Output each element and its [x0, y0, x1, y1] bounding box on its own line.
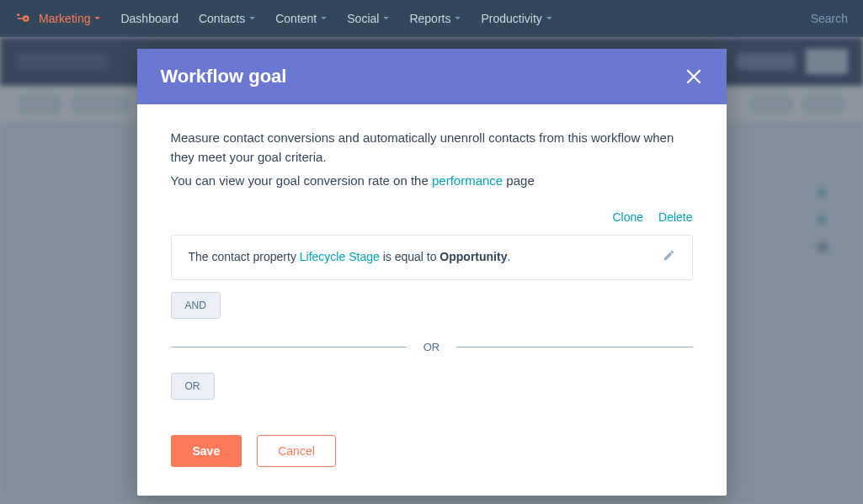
cancel-button[interactable]: Cancel [257, 435, 336, 467]
criteria-pre: The contact property [189, 250, 300, 263]
svg-point-1 [24, 18, 27, 20]
nav-productivity[interactable]: Productivity [481, 12, 551, 25]
nav-search[interactable]: Search [811, 12, 848, 25]
criteria-row: The contact property Lifecycle Stage is … [171, 235, 693, 279]
or-divider: OR [171, 339, 693, 356]
nav-dashboard[interactable]: Dashboard [120, 12, 178, 25]
divider-line-left [171, 347, 407, 347]
criteria-value: Opportunity [439, 250, 507, 263]
criteria-post: . [507, 250, 510, 263]
svg-rect-2 [18, 18, 24, 19]
nav-marketing-label: Marketing [39, 12, 90, 25]
chevron-down-icon [383, 17, 389, 20]
intro-2-pre: You can view your goal conversion rate o… [171, 173, 432, 188]
close-button[interactable] [685, 67, 703, 86]
nav-social-label: Social [347, 12, 379, 25]
save-button[interactable]: Save [171, 435, 242, 467]
delete-link[interactable]: Delete [658, 209, 692, 227]
pencil-icon [663, 249, 675, 262]
modal-footer: Save Cancel [171, 435, 693, 467]
nav-social[interactable]: Social [347, 12, 389, 25]
nav-content-label: Content [275, 12, 317, 25]
chevron-down-icon [94, 17, 100, 20]
workflow-goal-modal: Workflow goal Measure contact conversion… [137, 49, 727, 496]
nav-dashboard-label: Dashboard [120, 12, 178, 25]
modal-body: Measure contact conversions and automati… [137, 104, 727, 496]
criteria-text: The contact property Lifecycle Stage is … [189, 248, 511, 267]
nav-contacts[interactable]: Contacts [199, 12, 255, 25]
nav-contacts-label: Contacts [199, 12, 245, 25]
chevron-down-icon [455, 17, 461, 20]
svg-point-3 [17, 13, 19, 16]
edit-criteria-button[interactable] [663, 247, 675, 267]
or-divider-label: OR [407, 339, 457, 356]
nav-reports-label: Reports [409, 12, 450, 25]
modal-header: Workflow goal [137, 49, 727, 104]
intro-2-post: page [503, 173, 535, 188]
intro-text-1: Measure contact conversions and automati… [171, 128, 693, 167]
intro-text-2: You can view your goal conversion rate o… [171, 171, 693, 190]
nav-reports[interactable]: Reports [409, 12, 461, 25]
nav-search-placeholder: Search [811, 12, 848, 25]
performance-link[interactable]: performance [432, 173, 503, 188]
criteria-mid: is equal to [380, 250, 440, 263]
modal-title: Workflow goal [161, 66, 287, 88]
nav-content[interactable]: Content [275, 12, 327, 25]
criteria-property-link[interactable]: Lifecycle Stage [300, 250, 380, 263]
top-nav: Marketing Dashboard Contacts Content Soc… [0, 0, 863, 37]
or-button[interactable]: OR [171, 373, 215, 400]
chevron-down-icon [546, 17, 552, 20]
and-button[interactable]: AND [171, 292, 221, 319]
close-icon [686, 69, 701, 84]
divider-line-right [456, 347, 692, 347]
nav-marketing[interactable]: Marketing [39, 12, 100, 25]
criteria-actions: Clone Delete [171, 209, 693, 227]
hubspot-logo-icon [15, 11, 30, 26]
chevron-down-icon [321, 17, 327, 20]
nav-productivity-label: Productivity [481, 12, 541, 25]
chevron-down-icon [249, 17, 255, 20]
clone-link[interactable]: Clone [612, 209, 643, 227]
